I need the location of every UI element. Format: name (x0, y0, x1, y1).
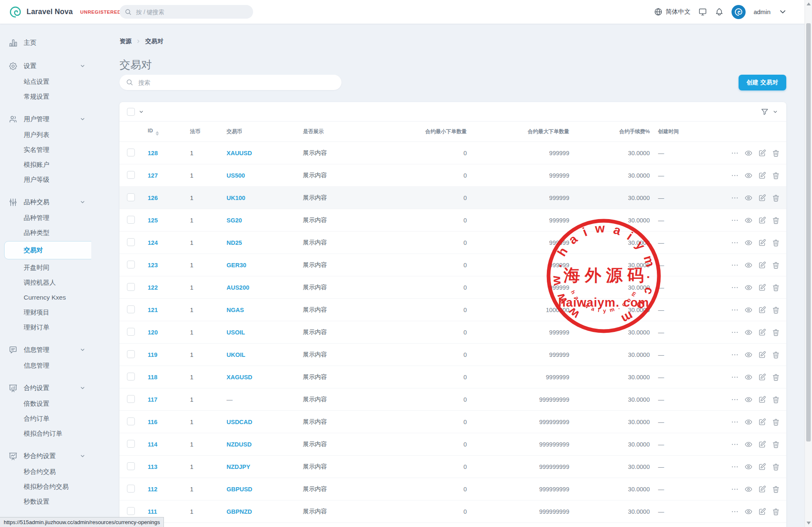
row-edit-icon[interactable] (758, 463, 766, 471)
brand[interactable]: Laravel Nova UNREGISTERED (0, 6, 121, 18)
row-more-actions-icon[interactable] (731, 328, 739, 337)
sidebar-item[interactable]: 模拟账户 (0, 157, 91, 172)
row-id-link[interactable]: 119 (148, 351, 157, 358)
row-view-icon[interactable] (744, 440, 753, 449)
sidebar-item[interactable]: Currency Kxes (0, 290, 91, 305)
sidebar-item[interactable]: 开盘时间 (0, 260, 91, 275)
sidebar-item[interactable]: 站点设置 (0, 74, 91, 89)
row-checkbox[interactable] (127, 373, 135, 381)
row-more-actions-icon[interactable] (731, 216, 739, 224)
row-id-link[interactable]: 118 (148, 374, 157, 381)
row-checkbox[interactable] (127, 238, 135, 246)
sidebar-section-1[interactable]: 设置 (0, 58, 91, 74)
row-edit-icon[interactable] (758, 149, 766, 157)
row-view-icon[interactable] (744, 306, 753, 314)
row-edit-icon[interactable] (758, 283, 766, 292)
row-edit-icon[interactable] (758, 239, 766, 247)
row-delete-icon[interactable] (772, 373, 780, 381)
row-id-link[interactable]: 112 (148, 486, 157, 493)
filter-icon[interactable] (761, 107, 769, 116)
row-more-actions-icon[interactable] (731, 239, 739, 247)
row-delete-icon[interactable] (772, 239, 780, 247)
row-delete-icon[interactable] (772, 485, 780, 493)
sidebar-item[interactable]: 理财订单 (0, 320, 91, 335)
row-delete-icon[interactable] (772, 171, 780, 180)
row-view-icon[interactable] (744, 283, 753, 292)
language-switcher[interactable]: 简体中文 (654, 7, 690, 16)
row-symbol-link[interactable]: GBPUSD (227, 486, 252, 493)
row-delete-icon[interactable] (772, 351, 780, 359)
scroll-up-arrow-icon[interactable] (807, 2, 811, 5)
row-more-actions-icon[interactable] (731, 373, 739, 381)
row-edit-icon[interactable] (758, 216, 766, 224)
row-id-link[interactable]: 122 (148, 284, 158, 291)
sidebar-item[interactable]: 合约订单 (0, 411, 91, 426)
user-menu[interactable]: admin (753, 8, 771, 15)
row-more-actions-icon[interactable] (731, 306, 739, 314)
row-checkbox[interactable] (127, 485, 135, 493)
row-symbol-link[interactable]: AUS200 (227, 284, 249, 291)
row-checkbox[interactable] (127, 193, 135, 201)
row-view-icon[interactable] (744, 507, 753, 516)
resource-search-input[interactable] (137, 79, 335, 86)
row-checkbox[interactable] (127, 350, 135, 358)
row-checkbox[interactable] (127, 149, 135, 156)
row-symbol-link[interactable]: GBPNZD (227, 508, 252, 515)
row-more-actions-icon[interactable] (731, 418, 739, 426)
row-delete-icon[interactable] (772, 418, 780, 426)
row-edit-icon[interactable] (758, 485, 766, 493)
row-view-icon[interactable] (744, 194, 753, 202)
row-id-link[interactable]: 123 (148, 262, 158, 268)
row-view-icon[interactable] (744, 373, 753, 381)
row-id-link[interactable]: 111 (148, 508, 157, 515)
row-more-actions-icon[interactable] (731, 507, 739, 516)
display-icon[interactable] (698, 7, 707, 16)
row-symbol-link[interactable]: UK100 (227, 195, 245, 201)
row-edit-icon[interactable] (758, 507, 766, 516)
row-symbol-link[interactable]: GER30 (227, 262, 246, 268)
breadcrumb-resources[interactable]: 资源 (119, 37, 132, 45)
sidebar-item[interactable]: 调控机器人 (0, 275, 91, 290)
row-view-icon[interactable] (744, 351, 753, 359)
row-id-link[interactable]: 121 (148, 307, 158, 313)
row-id-link[interactable]: 120 (148, 329, 158, 336)
row-id-link[interactable]: 126 (148, 195, 158, 201)
row-more-actions-icon[interactable] (731, 395, 739, 404)
sidebar-section-2[interactable]: 用户管理 (0, 111, 91, 127)
sidebar-item-active[interactable]: 交易对 (4, 241, 91, 259)
row-id-link[interactable]: 116 (148, 419, 157, 425)
row-delete-icon[interactable] (772, 328, 780, 337)
row-edit-icon[interactable] (758, 440, 766, 449)
row-more-actions-icon[interactable] (731, 194, 739, 202)
global-search-input[interactable] (135, 8, 248, 16)
row-delete-icon[interactable] (772, 395, 780, 404)
row-edit-icon[interactable] (758, 328, 766, 337)
column-header[interactable]: ID (140, 122, 183, 142)
row-edit-icon[interactable] (758, 418, 766, 426)
row-checkbox[interactable] (127, 395, 135, 403)
sidebar-item[interactable]: 品种类型 (0, 225, 91, 240)
row-more-actions-icon[interactable] (731, 261, 739, 269)
row-view-icon[interactable] (744, 149, 753, 157)
scroll-down-arrow-icon[interactable] (807, 522, 811, 525)
sidebar-item[interactable]: 常规设置 (0, 89, 91, 104)
sidebar-item[interactable]: 秒合约交易 (0, 464, 91, 479)
row-more-actions-icon[interactable] (731, 283, 739, 292)
row-view-icon[interactable] (744, 418, 753, 426)
row-delete-icon[interactable] (772, 463, 780, 471)
sidebar-item[interactable]: 模拟秒合约交易 (0, 479, 91, 494)
row-more-actions-icon[interactable] (731, 149, 739, 157)
global-search[interactable] (119, 5, 253, 19)
row-checkbox[interactable] (127, 417, 135, 425)
row-symbol-link[interactable]: NGAS (227, 307, 244, 313)
bell-icon[interactable] (715, 7, 724, 16)
row-id-link[interactable]: 127 (148, 172, 158, 179)
select-all-checkbox[interactable] (127, 108, 135, 116)
chevron-down-icon[interactable] (139, 109, 144, 115)
resource-search[interactable] (119, 75, 341, 90)
row-id-link[interactable]: 128 (148, 150, 158, 156)
sidebar-section-5[interactable]: 合约设置 (0, 380, 91, 396)
row-symbol-link[interactable]: USDCAD (227, 419, 252, 425)
row-checkbox[interactable] (127, 462, 135, 470)
sidebar-section-0[interactable]: 主页 (0, 34, 91, 51)
